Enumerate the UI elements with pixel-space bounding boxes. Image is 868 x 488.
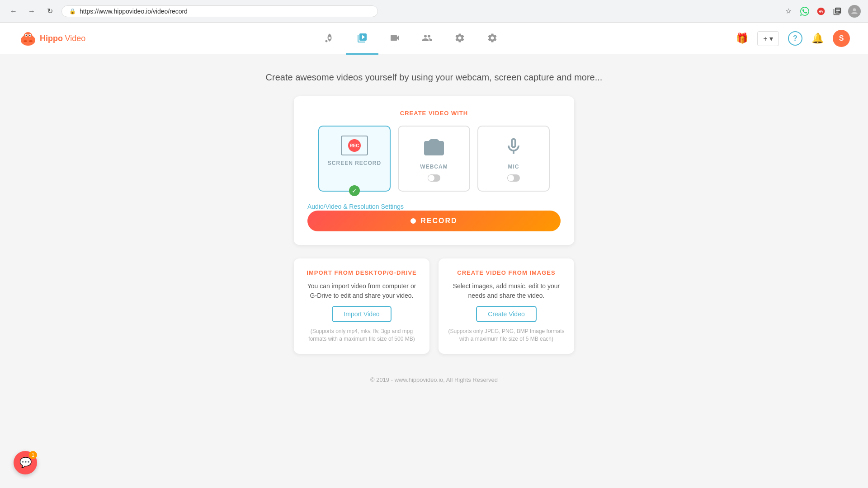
new-button[interactable]: + ▾: [757, 31, 779, 46]
svg-point-8: [29, 35, 31, 36]
logo-video: Video: [65, 34, 85, 43]
page-subtitle: Create awesome videos yourself by using …: [266, 72, 603, 83]
nav-item-integrations[interactable]: [443, 23, 476, 55]
logo-text: Hippo Video: [40, 34, 85, 42]
chat-badge: 1: [29, 451, 37, 459]
forward-button[interactable]: →: [25, 5, 38, 18]
address-bar[interactable]: 🔒 https://www.hippovideo.io/video/record: [61, 5, 378, 17]
nav-item-video-library[interactable]: [346, 23, 378, 55]
images-title: CREATE VIDEO FROM IMAGES: [457, 269, 555, 276]
svg-point-2: [853, 8, 856, 11]
help-icon[interactable]: ?: [788, 31, 802, 46]
images-note: (Supports only JPEG, PNG, BMP Image form…: [448, 328, 565, 343]
mic-label: MIC: [508, 164, 519, 170]
import-video-button[interactable]: Import Video: [332, 306, 391, 322]
mic-option[interactable]: MIC: [477, 126, 550, 192]
webcam-icon: [423, 136, 445, 159]
gift-icon[interactable]: 🎁: [736, 33, 748, 44]
import-card: IMPORT FROM DESKTOP/G-DRIVE You can impo…: [294, 258, 429, 354]
svg-point-9: [24, 40, 27, 42]
images-desc: Select images, add music, edit to your n…: [448, 282, 565, 300]
hippo-logo-icon: [18, 28, 38, 48]
footer-text: © 2019 - www.hippovideo.io, All Rights R…: [370, 376, 498, 383]
create-video-label: CREATE VIDEO WITH: [307, 110, 561, 117]
screen-record-label: SCREEN RECORD: [328, 160, 381, 166]
bottom-cards: IMPORT FROM DESKTOP/G-DRIVE You can impo…: [294, 258, 574, 354]
record-card: CREATE VIDEO WITH REC SCREEN RECORD ✓ WE…: [294, 96, 574, 245]
import-note: (Supports only mp4, mkv, flv, 3gp and mp…: [303, 328, 420, 343]
browser-user-avatar[interactable]: [848, 5, 861, 18]
record-options: REC SCREEN RECORD ✓ WEBCAM: [307, 126, 561, 192]
header-right: 🎁 + ▾ ? 🔔 S: [736, 30, 850, 47]
record-dot-icon: [410, 218, 416, 224]
create-video-button[interactable]: Create Video: [476, 306, 536, 322]
main-nav: [85, 23, 736, 55]
screen-record-check: ✓: [349, 185, 360, 196]
back-button[interactable]: ←: [7, 5, 20, 18]
footer: © 2019 - www.hippovideo.io, All Rights R…: [361, 367, 507, 392]
nav-item-rocket[interactable]: [313, 23, 346, 55]
nav-item-settings[interactable]: [476, 23, 509, 55]
record-button[interactable]: RECORD: [307, 211, 561, 231]
images-card: CREATE VIDEO FROM IMAGES Select images, …: [439, 258, 574, 354]
refresh-button[interactable]: ↻: [43, 5, 56, 18]
logo-hippo: Hippo: [40, 34, 63, 43]
svg-point-7: [26, 35, 27, 36]
svg-text:HV: HV: [819, 9, 823, 14]
mic-toggle[interactable]: [507, 174, 520, 182]
bookmark-star-icon[interactable]: ☆: [783, 6, 794, 17]
av-settings-link[interactable]: Audio/Video & Resolution Settings: [307, 203, 404, 210]
nav-item-people[interactable]: [411, 23, 443, 55]
chat-bubble[interactable]: 💬 1: [14, 451, 37, 474]
browser-chrome: ← → ↻ 🔒 https://www.hippovideo.io/video/…: [0, 0, 868, 23]
logo[interactable]: Hippo Video: [18, 28, 85, 48]
import-title: IMPORT FROM DESKTOP/G-DRIVE: [307, 269, 416, 276]
browser-icons-right: ☆ HV: [783, 5, 861, 18]
chat-icon: 💬: [19, 457, 32, 469]
import-desc: You can import video from computer or G-…: [303, 282, 420, 300]
webcam-toggle[interactable]: [428, 174, 440, 182]
nav-item-video-call[interactable]: [378, 23, 411, 55]
rec-badge: REC: [348, 139, 361, 152]
notification-bell-icon[interactable]: 🔔: [811, 33, 824, 44]
url-text: https://www.hippovideo.io/video/record: [80, 8, 188, 15]
svg-point-10: [29, 40, 33, 42]
record-label: RECORD: [420, 217, 457, 225]
lock-icon: 🔒: [69, 8, 76, 14]
extension-icon[interactable]: HV: [816, 6, 826, 17]
app-header: Hippo Video 🎁 + ▾ ? 🔔 S: [0, 23, 868, 54]
screen-record-option[interactable]: REC SCREEN RECORD ✓: [318, 126, 391, 192]
webcam-label: WEBCAM: [420, 164, 448, 170]
mic-icon: [504, 136, 524, 159]
screen-record-icon: REC: [341, 136, 368, 155]
svg-point-4: [24, 32, 33, 41]
webcam-option[interactable]: WEBCAM: [398, 126, 470, 192]
whatsapp-icon[interactable]: [799, 6, 810, 17]
user-avatar[interactable]: S: [833, 30, 850, 47]
main-content: Create awesome videos yourself by using …: [0, 54, 868, 488]
bookmarks-icon[interactable]: [832, 6, 843, 17]
